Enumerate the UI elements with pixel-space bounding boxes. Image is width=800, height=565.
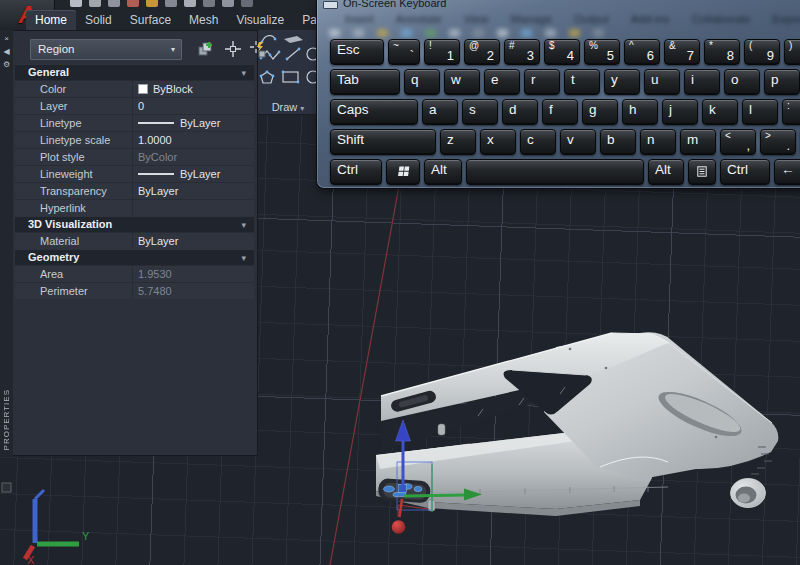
key-i[interactable]: i [684, 69, 720, 95]
key-d[interactable]: d [502, 99, 538, 125]
key-l[interactable]: l [742, 99, 778, 125]
key-caps[interactable]: Caps [330, 99, 418, 125]
autohide-icon[interactable]: ◀ [0, 47, 13, 56]
section-header-geometry[interactable]: Geometry▾ [15, 249, 254, 265]
key-m[interactable]: m [680, 129, 716, 155]
key-y[interactable]: y [604, 69, 640, 95]
qat-icon[interactable] [127, 0, 139, 7]
tab-surface[interactable]: Surface [121, 10, 180, 30]
select-objects-icon[interactable] [224, 40, 242, 58]
key-alt[interactable]: Alt [648, 159, 684, 185]
quick-access-toolbar[interactable] [70, 0, 320, 8]
qat-icon[interactable] [70, 0, 82, 7]
key-shift[interactable]: Shift [330, 129, 436, 155]
key-b[interactable]: b [600, 129, 636, 155]
prop-row-color: ColorByBlock [15, 80, 254, 97]
on-screen-keyboard-window[interactable]: On-Screen Keyboard InsertAnnotateViewMan… [316, 0, 800, 189]
key-u[interactable]: u [644, 69, 680, 95]
key-blank[interactable]: <, [720, 129, 756, 155]
key-alt[interactable]: Alt [424, 159, 462, 185]
key-p[interactable]: p [764, 69, 800, 95]
draw-tool-icons[interactable] [258, 30, 318, 92]
key-f[interactable]: f [542, 99, 578, 125]
key-blank[interactable]: :; [782, 99, 800, 125]
prop-value[interactable]: ByLayer [132, 233, 254, 249]
prop-value[interactable]: 1.9530 [132, 266, 254, 282]
prop-value[interactable]: 0 [132, 98, 254, 114]
object-type-dropdown[interactable]: Region ▾ [30, 39, 182, 60]
qat-icon[interactable] [146, 0, 158, 7]
section-header-3d-visualization[interactable]: 3D Visualization▾ [15, 216, 254, 232]
key-blank[interactable]: ~` [388, 39, 420, 65]
key-1[interactable]: !1 [424, 39, 460, 65]
qat-icon[interactable] [89, 0, 101, 7]
key-s[interactable]: s [462, 99, 498, 125]
prop-value[interactable]: ByLayer [132, 115, 254, 131]
prop-value[interactable]: 1.0000 [132, 132, 254, 148]
qat-icon[interactable] [165, 0, 177, 7]
viewport-widget-icon[interactable] [2, 483, 11, 492]
key-menu[interactable] [688, 159, 716, 185]
key-w[interactable]: w [444, 69, 480, 95]
qat-icon[interactable] [222, 0, 234, 7]
section-header-general[interactable]: General▾ [15, 64, 254, 80]
key-c[interactable]: c [520, 129, 556, 155]
key-e[interactable]: e [484, 69, 520, 95]
key-q[interactable]: q [404, 69, 440, 95]
qat-icon[interactable] [241, 0, 253, 7]
key-g[interactable]: g [582, 99, 618, 125]
key-esc[interactable]: Esc [330, 39, 384, 65]
key-ctrl[interactable]: Ctrl [330, 159, 382, 185]
key-r[interactable]: r [524, 69, 560, 95]
properties-gear-icon[interactable]: ⚙ [0, 60, 13, 69]
close-icon[interactable]: × [0, 34, 13, 43]
prop-value[interactable]: ByLayer [132, 166, 254, 182]
qat-icon[interactable] [203, 0, 215, 7]
toggle-pickadd-icon[interactable] [197, 40, 215, 58]
key-ctrl[interactable]: Ctrl [720, 159, 770, 185]
key-k[interactable]: k [702, 99, 738, 125]
qat-icon[interactable] [108, 0, 120, 7]
3d-model-swingarm[interactable] [376, 332, 778, 516]
tab-mesh[interactable]: Mesh [180, 10, 227, 30]
prop-value[interactable]: ByLayer [132, 183, 254, 199]
key-t[interactable]: t [564, 69, 600, 95]
prop-value[interactable]: 5.7480 [132, 283, 254, 299]
key-a[interactable]: a [422, 99, 458, 125]
key-win[interactable] [386, 159, 420, 185]
key-6[interactable]: ^6 [624, 39, 660, 65]
key-left-arrow[interactable]: ← [774, 159, 800, 185]
key-4[interactable]: $4 [544, 39, 580, 65]
draw-panel-label[interactable]: Draw [272, 101, 298, 113]
key-8[interactable]: *8 [704, 39, 740, 65]
key-n[interactable]: n [640, 129, 676, 155]
tab-visualize[interactable]: Visualize [227, 10, 293, 30]
key-2[interactable]: @2 [464, 39, 500, 65]
tab-home[interactable]: Home [26, 10, 76, 30]
key-z[interactable]: z [440, 129, 476, 155]
key-label: 6 [647, 48, 654, 63]
key-o[interactable]: o [724, 69, 760, 95]
prop-value[interactable] [132, 200, 254, 216]
qat-icon[interactable] [184, 0, 196, 7]
prop-row-area: Area1.9530 [15, 265, 254, 282]
key-0[interactable]: )0 [784, 39, 800, 65]
prop-value[interactable]: ByBlock [132, 81, 254, 97]
quick-select-icon[interactable] [249, 40, 267, 58]
key-9[interactable]: (9 [744, 39, 780, 65]
palette-titlebar[interactable]: × ◀ ⚙ PROPERTIES [0, 30, 14, 456]
key-h[interactable]: h [622, 99, 658, 125]
key-space[interactable] [466, 159, 644, 185]
prop-label: Material [40, 233, 132, 249]
key-x[interactable]: x [480, 129, 516, 155]
key-3[interactable]: #3 [504, 39, 540, 65]
key-blank[interactable]: >. [760, 129, 796, 155]
key-j[interactable]: j [662, 99, 698, 125]
key-v[interactable]: v [560, 129, 596, 155]
key-tab[interactable]: Tab [330, 69, 400, 95]
osk-titlebar[interactable]: On-Screen Keyboard [317, 0, 800, 10]
key-7[interactable]: &7 [664, 39, 700, 65]
prop-value[interactable]: ByColor [132, 149, 254, 165]
tab-solid[interactable]: Solid [76, 10, 121, 30]
key-5[interactable]: %5 [584, 39, 620, 65]
